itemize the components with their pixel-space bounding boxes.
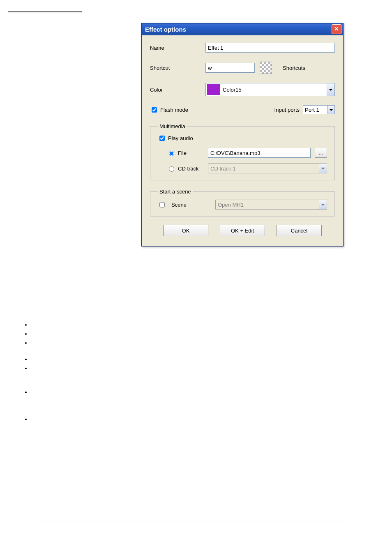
name-label: Name [150,45,205,51]
cdtrack-label: CD track [178,166,199,172]
scene-row: Scene Open MH1 [158,200,327,210]
inputports-value: Port 1 [305,107,319,113]
list-item [31,389,34,391]
scene-label: Scene [171,202,187,208]
ok-button[interactable]: OK [163,225,208,236]
file-label: File [178,150,187,156]
shortcut-label: Shortcut [150,65,205,71]
shortcuts-button-label[interactable]: Shortcuts [283,65,305,71]
list-item [31,322,34,324]
shortcut-input[interactable] [205,63,255,73]
color-name: Color15 [223,87,327,93]
file-radio[interactable] [169,151,174,156]
dialog-content: Name Shortcut Shortcuts Color Color15 [142,35,343,246]
dialog-title: Effect options [145,26,332,33]
chevron-down-icon [319,200,327,209]
list-item [31,340,34,342]
color-label: Color [150,87,205,93]
browse-button[interactable]: ... [315,148,327,158]
multimedia-fieldset: Multimedia Play audio File ... CD track [150,123,335,180]
chevron-down-icon [319,164,327,173]
shortcut-row: Shortcut Shortcuts [150,62,335,74]
list-item [31,365,34,368]
flashmode-label: Flash mode [160,107,188,113]
bottom-divider [41,521,349,521]
file-row: File ... [167,148,327,158]
bullet-list [23,322,34,425]
chevron-down-icon[interactable] [327,83,334,96]
playaudio-row: Play audio [158,134,327,142]
multimedia-legend: Multimedia [158,123,187,129]
name-row: Name [150,43,335,53]
keyboard-icon[interactable] [260,62,272,74]
chevron-down-icon[interactable] [327,106,334,114]
scene-select: Open MH1 [215,200,327,210]
list-item [31,416,34,419]
startscene-legend: Start a scene [158,189,193,195]
cdtrack-radio[interactable] [169,166,174,172]
color-row: Color Color15 [150,83,335,96]
flashmode-row: Flash mode Input ports Port 1 [150,105,335,114]
color-picker[interactable]: Color15 [205,83,335,96]
effect-options-dialog: Effect options ✕ Name Shortcut Shortcuts… [141,23,344,246]
playaudio-checkbox[interactable] [159,136,165,141]
startscene-fieldset: Start a scene Scene Open MH1 [150,189,335,216]
scene-checkbox[interactable] [159,202,165,207]
list-item [31,331,34,333]
inputports-label: Input ports [274,107,300,113]
playaudio-label: Play audio [168,135,193,141]
top-divider [8,12,82,12]
cdtrack-value: CD track 1 [210,166,235,172]
cancel-button[interactable]: Cancel [277,225,322,236]
cdtrack-select: CD track 1 [208,164,327,173]
flashmode-checkbox[interactable] [152,107,157,113]
inputports-group: Input ports Port 1 [274,105,335,114]
color-swatch [207,84,220,95]
cdtrack-row: CD track CD track 1 [167,164,327,173]
inputports-select[interactable]: Port 1 [303,105,335,114]
titlebar: Effect options ✕ [142,23,343,35]
button-row: OK OK + Edit Cancel [150,225,335,236]
close-icon[interactable]: ✕ [332,24,341,34]
list-item [31,356,34,359]
name-input[interactable] [205,43,335,53]
ok-edit-button[interactable]: OK + Edit [220,225,265,236]
file-path-input[interactable] [208,148,311,158]
scene-value: Open MH1 [218,202,244,208]
